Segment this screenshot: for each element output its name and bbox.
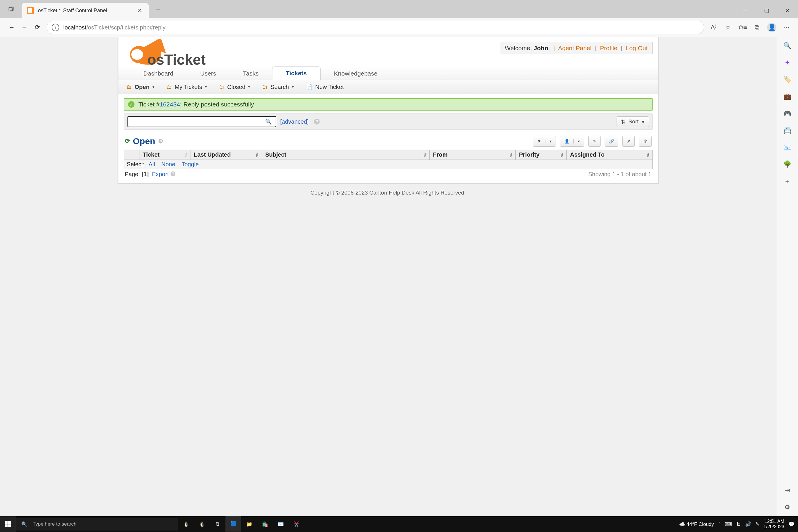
subnav-my-tickets[interactable]: 🗂 My Tickets ▾ [167,84,207,90]
nav-users[interactable]: Users [187,67,230,80]
advanced-search-link[interactable]: [advanced] [280,118,309,125]
subnav-open[interactable]: 🗂 Open ▾ [127,84,154,90]
tab-actions-button[interactable] [3,2,19,17]
weather-widget[interactable]: ☁️ 44°F Cloudy [679,521,714,527]
sidebar-shopping-button[interactable]: 🏷️ [782,75,792,84]
th-ticket[interactable]: Ticket⇵ [139,150,190,160]
new-file-icon: 📄 [306,84,312,90]
select-toggle-link[interactable]: Toggle [182,161,198,167]
action-center-icon[interactable]: 💬 [788,521,795,527]
tray-display-icon[interactable]: 🖥 [736,521,741,527]
read-aloud-button[interactable]: A⁾ [707,21,720,34]
sidebar-search-button[interactable]: 🔍 [782,41,792,51]
export-link[interactable]: Export [152,171,169,178]
check-circle-icon: ✓ [128,101,134,108]
caret-down-icon: ▾ [205,85,207,89]
nav-dashboard[interactable]: Dashboard [130,67,187,80]
tray-chevron-icon[interactable]: ˄ [718,521,721,527]
flag-dropdown[interactable]: ⚑ ▾ [533,136,556,147]
refresh-icon[interactable]: ⟳ [125,137,130,145]
select-none-link[interactable]: None [161,161,175,167]
agent-panel-link[interactable]: Agent Panel [558,45,591,51]
taskbar-task-view[interactable]: ⧉ [210,516,226,532]
th-checkbox[interactable] [124,150,139,160]
select-all-link[interactable]: All [149,161,155,167]
th-from[interactable]: From⇵ [429,150,515,160]
help-icon[interactable]: ? [170,171,175,176]
taskbar-app-store[interactable]: 🛍️ [257,516,273,532]
favorites-button[interactable]: ✩≡ [736,21,749,34]
transfer-button[interactable]: ↗ [622,136,635,147]
page-viewport[interactable]: osTicket Welcome, John. | Agent Panel | … [0,37,776,516]
subnav-closed[interactable]: 🗂 Closed ▾ [219,84,250,90]
tab-close-button[interactable]: ✕ [136,7,144,14]
nav-back-button[interactable]: ← [5,21,18,34]
collections-button[interactable]: ⧉ [751,21,764,34]
taskbar-search-placeholder: Type here to search [33,521,76,527]
taskbar-app-snip[interactable]: ✂️ [288,516,304,532]
new-tab-button[interactable]: ＋ [151,2,166,17]
merge-button[interactable]: 🔗 [605,136,618,147]
taskbar-app-mail[interactable]: ✉️ [273,516,288,532]
sidebar-tools-button[interactable]: 💼 [782,92,792,101]
sidebar-office-button[interactable]: 📇 [782,126,792,135]
svg-rect-6 [5,525,7,527]
subnav-search[interactable]: 🗂 Search ▾ [262,84,293,90]
profile-avatar-button[interactable]: 👤 [765,21,778,34]
sort-both-icon: ⇵ [423,153,426,157]
site-info-icon[interactable]: i [52,24,59,31]
taskbar-app-explorer[interactable]: 📁 [241,516,257,532]
sort-icon: ⇅ [621,118,626,125]
ticket-search-input[interactable] [130,118,263,125]
sidebar-settings-button[interactable]: ⚙ [782,502,792,512]
start-button[interactable] [0,516,16,532]
nav-tickets[interactable]: Tickets [272,66,321,80]
svg-point-2 [131,49,143,60]
taskbar-clock[interactable]: 12:51 AM 1/20/2023 [764,519,784,529]
window-minimize-button[interactable]: ― [735,3,756,18]
share-icon: ↗ [627,139,630,144]
window-close-button[interactable]: ✕ [777,3,798,18]
delete-button[interactable]: 🗑 [639,136,651,147]
sort-button[interactable]: ⇅ Sort ▾ [616,116,649,127]
note-button[interactable]: ✎ [588,136,601,147]
more-button[interactable]: ⋯ [780,21,793,34]
sidebar-outlook-button[interactable]: 📧 [782,142,792,152]
address-bar[interactable]: i localhost/osTicket/scp/tickets.php#rep… [47,21,704,34]
taskbar-app-penguins2[interactable]: 🐧 [194,516,210,532]
taskbar-app-penguins[interactable]: 🐧 [178,516,194,532]
ticket-number-link[interactable]: 162434 [159,101,180,108]
subnav-new-ticket[interactable]: 📄 New Ticket [306,84,344,90]
tray-volume-icon[interactable]: 🔊 [745,521,751,527]
star-favorite-button[interactable]: ☆ [722,21,735,34]
sidebar-add-button[interactable]: ＋ [782,176,792,186]
sidebar-collapse-button[interactable]: ⇥ [782,485,792,495]
th-priority[interactable]: Priority⇵ [515,150,566,160]
browser-tab[interactable]: osTicket :: Staff Control Panel ✕ [22,3,149,18]
nav-knowledgebase[interactable]: Knowledgebase [321,67,391,80]
sidebar-discover-button[interactable]: ✦ [782,58,792,68]
taskbar-app-edge[interactable]: 🟦 [226,516,241,532]
nav-refresh-button[interactable]: ⟳ [31,21,44,34]
sidebar-games-button[interactable]: 🎮 [782,109,792,118]
tray-input-icon[interactable]: ✎ [755,521,760,527]
th-assigned-to[interactable]: Assigned To⇵ [566,150,652,160]
assign-dropdown[interactable]: 👤 ▾ [560,136,584,147]
sidebar-app-button[interactable]: 🌳 [782,159,792,169]
search-icon[interactable]: 🔍 [263,118,273,125]
nav-tasks[interactable]: Tasks [230,67,272,80]
th-last-updated[interactable]: Last Updated⇵ [190,150,262,160]
profile-link[interactable]: Profile [600,45,618,51]
ticket-search-box[interactable]: 🔍 [128,116,276,127]
page-footer: Copyright © 2006-2023 Carlton Help Desk … [0,184,776,208]
tray-meet-icon[interactable]: ⌨ [725,521,732,527]
osticket-logo[interactable]: osTicket [121,38,232,70]
taskbar-search[interactable]: 🔍 Type here to search [16,518,178,531]
help-icon[interactable]: ? [314,119,320,125]
logout-link[interactable]: Log Out [626,45,648,51]
th-subject[interactable]: Subject⇵ [262,150,429,160]
queue-header: ⟳ Open ⚙ ⚑ ▾ 👤 ▾ ✎ 🔗 [125,136,651,147]
window-maximize-button[interactable]: ▢ [756,3,777,18]
sort-both-icon: ⇵ [509,153,512,157]
gear-icon[interactable]: ⚙ [158,138,163,145]
